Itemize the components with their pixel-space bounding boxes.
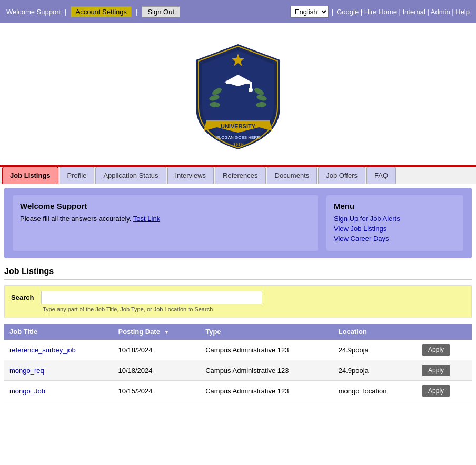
type-cell: Campus Administrative 123 [200, 381, 333, 401]
tab-job-listings[interactable]: Job Listings [2, 167, 58, 184]
job-title-link[interactable]: reference_surbey_job [9, 346, 76, 354]
tab-profile[interactable]: Profile [60, 167, 95, 184]
job-title-cell: mongo_Job [4, 381, 113, 401]
view-job-listings-link[interactable]: View Job Listings [334, 225, 456, 232]
posting-date-cell: 10/15/2024 [113, 381, 200, 401]
welcome-section: Welcome Support Please fill all the answ… [4, 188, 472, 258]
col-posting-date[interactable]: Posting Date ▼ [113, 324, 200, 340]
view-career-days-link[interactable]: View Career Days [334, 235, 456, 242]
col-job-title: Job Title [4, 324, 113, 340]
language-select[interactable]: English [290, 6, 329, 18]
table-header-row: Job Title Posting Date ▼ Type Location [4, 324, 472, 340]
location-cell: mongo_location [333, 381, 417, 401]
hire-home-link[interactable]: Hire Home [364, 8, 397, 16]
tab-faq[interactable]: FAQ [366, 167, 396, 184]
welcome-title: Welcome Support [20, 201, 311, 210]
job-title-cell: mongo_req [4, 360, 113, 381]
welcome-panel: Welcome Support Please fill all the answ… [13, 195, 318, 251]
job-listings-table: Job Title Posting Date ▼ Type Location r… [4, 324, 472, 401]
tab-interviews[interactable]: Interviews [167, 167, 214, 184]
google-link[interactable]: Google [336, 8, 359, 16]
sign-out-button[interactable]: Sign Out [142, 6, 180, 17]
job-title-link[interactable]: mongo_req [9, 367, 44, 375]
svg-text:UNIVERSITY: UNIVERSITY [221, 123, 256, 129]
nav-links-separator: | [332, 8, 333, 16]
menu-panel: Menu Sign Up for Job Alerts View Job Lis… [326, 195, 463, 251]
job-title-cell: reference_surbey_job [4, 340, 113, 360]
location-cell: 24.9pooja [333, 340, 417, 360]
table-row: mongo_req 10/18/2024 Campus Administrati… [4, 360, 472, 381]
table-row: mongo_Job 10/15/2024 Campus Administrati… [4, 381, 472, 401]
col-type: Type [200, 324, 333, 340]
job-listings-section: Job Listings Search Type any part of the… [4, 267, 472, 401]
type-cell: Campus Administrative 123 [200, 340, 333, 360]
tab-job-offers[interactable]: Job Offers [318, 167, 365, 184]
type-cell: Campus Administrative 123 [200, 360, 333, 381]
svg-text:SLOGAN GOES HERE: SLOGAN GOES HERE [216, 135, 260, 140]
tab-documents[interactable]: Documents [267, 167, 318, 184]
job-table-body: reference_surbey_job 10/18/2024 Campus A… [4, 340, 472, 401]
top-nav-left: Welcome Support | Account Settings | Sig… [6, 6, 180, 17]
logo-area: UNIVERSITY SLOGAN GOES HERE 1919 [0, 23, 476, 165]
apply-cell: Apply [417, 360, 472, 381]
top-navigation: Welcome Support | Account Settings | Sig… [0, 0, 476, 23]
top-nav-links: Google | Hire Home | Internal | Admin | … [336, 8, 470, 16]
sort-icon: ▼ [164, 329, 170, 335]
tab-application-status[interactable]: Application Status [95, 167, 166, 184]
test-link[interactable]: Test Link [133, 215, 160, 223]
table-row: reference_surbey_job 10/18/2024 Campus A… [4, 340, 472, 360]
apply-button[interactable]: Apply [422, 344, 450, 356]
location-cell: 24.9pooja [333, 360, 417, 381]
search-label: Search [11, 294, 34, 301]
help-link[interactable]: Help [455, 8, 470, 16]
separator: | [65, 8, 66, 16]
top-nav-right: English | Google | Hire Home | Internal … [290, 6, 470, 18]
apply-cell: Apply [417, 340, 472, 360]
search-input[interactable] [41, 291, 262, 304]
svg-point-6 [249, 88, 253, 92]
job-listings-title: Job Listings [4, 267, 472, 280]
apply-button[interactable]: Apply [422, 365, 450, 376]
job-title-link[interactable]: mongo_Job [9, 387, 45, 395]
menu-title: Menu [334, 201, 456, 210]
tabs-bar: Job Listings Profile Application Status … [0, 165, 476, 184]
search-row: Search Type any part of the Job Title, J… [4, 285, 472, 318]
sign-up-job-alerts-link[interactable]: Sign Up for Job Alerts [334, 215, 456, 223]
search-hint: Type any part of the Job Title, Job Type… [43, 306, 465, 312]
col-location: Location [333, 324, 417, 340]
apply-cell: Apply [417, 381, 472, 401]
university-logo: UNIVERSITY SLOGAN GOES HERE 1919 [185, 39, 291, 155]
account-settings-link[interactable]: Account Settings [71, 6, 132, 17]
admin-link[interactable]: Admin [431, 8, 450, 16]
tab-references[interactable]: References [215, 167, 265, 184]
posting-date-cell: 10/18/2024 [113, 360, 200, 381]
separator2: | [136, 8, 137, 16]
posting-date-cell: 10/18/2024 [113, 340, 200, 360]
internal-link[interactable]: Internal [402, 8, 425, 16]
welcome-description: Please fill all the answers accurately. … [20, 215, 311, 223]
apply-button[interactable]: Apply [422, 385, 450, 397]
welcome-text: Welcome Support [6, 8, 61, 16]
col-action [417, 324, 472, 340]
